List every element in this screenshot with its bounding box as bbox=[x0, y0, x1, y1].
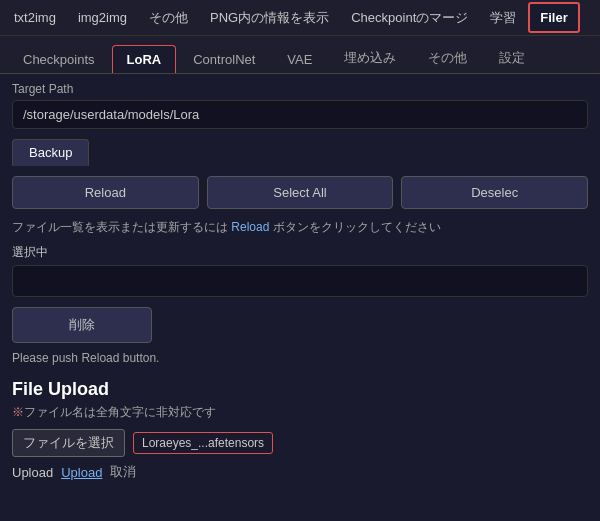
file-upload-row: ファイルを選択 Loraeyes_...afetensors bbox=[12, 429, 588, 457]
action-row: Reload Select All Deselec bbox=[12, 176, 588, 209]
nav-training[interactable]: 学習 bbox=[480, 3, 526, 33]
nav-filer[interactable]: Filer bbox=[528, 2, 579, 33]
cancel-button[interactable]: 取消 bbox=[110, 463, 136, 481]
info-suffix: ボタンをクリックしてください bbox=[269, 220, 440, 234]
info-highlight: Reload bbox=[231, 220, 269, 234]
selected-label: 選択中 bbox=[12, 244, 588, 261]
delete-button[interactable]: 削除 bbox=[12, 307, 152, 343]
nav-img2img[interactable]: img2img bbox=[68, 4, 137, 31]
selected-input[interactable] bbox=[12, 265, 588, 297]
tab-bar: Checkpoints LoRA ControlNet VAE 埋め込み その他… bbox=[0, 36, 600, 74]
select-all-button[interactable]: Select All bbox=[207, 176, 394, 209]
fullwidth-warning: ※ファイル名は全角文字に非対応です bbox=[12, 404, 588, 421]
inner-tab-bar: Backup bbox=[12, 139, 588, 166]
file-name-display: Loraeyes_...afetensors bbox=[133, 432, 273, 454]
tab-vae[interactable]: VAE bbox=[272, 45, 327, 73]
upload-button[interactable]: Upload bbox=[61, 465, 102, 480]
please-push-text: Please push Reload button. bbox=[12, 351, 588, 365]
nav-png-info[interactable]: PNG内の情報を表示 bbox=[200, 3, 339, 33]
info-prefix: ファイル一覧を表示または更新するには bbox=[12, 220, 231, 234]
tab-controlnet[interactable]: ControlNet bbox=[178, 45, 270, 73]
top-nav: txt2img img2img その他 PNG内の情報を表示 Checkpoin… bbox=[0, 0, 600, 36]
target-path-label: Target Path bbox=[12, 82, 588, 96]
nav-checkpoint-merge[interactable]: Checkpointのマージ bbox=[341, 3, 478, 33]
target-path-value: /storage/userdata/models/Lora bbox=[12, 100, 588, 129]
warning-text: ファイル名は全角文字に非対応です bbox=[24, 405, 216, 419]
warning-symbol: ※ bbox=[12, 405, 24, 419]
info-text: ファイル一覧を表示または更新するには Reload ボタンをクリックしてください bbox=[12, 219, 588, 236]
nav-txt2img[interactable]: txt2img bbox=[4, 4, 66, 31]
tab-embedding[interactable]: 埋め込み bbox=[329, 42, 411, 73]
tab-lora[interactable]: LoRA bbox=[112, 45, 177, 73]
tab-checkpoints[interactable]: Checkpoints bbox=[8, 45, 110, 73]
inner-tab-backup[interactable]: Backup bbox=[12, 139, 89, 166]
main-content: Target Path /storage/userdata/models/Lor… bbox=[0, 74, 600, 489]
file-choose-button[interactable]: ファイルを選択 bbox=[12, 429, 125, 457]
deselect-button[interactable]: Deselec bbox=[401, 176, 588, 209]
reload-button[interactable]: Reload bbox=[12, 176, 199, 209]
upload-label: Upload bbox=[12, 465, 53, 480]
upload-cancel-row: Upload Upload 取消 bbox=[12, 463, 588, 481]
tab-other[interactable]: その他 bbox=[413, 42, 482, 73]
tab-settings[interactable]: 設定 bbox=[484, 42, 540, 73]
nav-sonota[interactable]: その他 bbox=[139, 3, 198, 33]
file-upload-title: File Upload bbox=[12, 379, 588, 400]
